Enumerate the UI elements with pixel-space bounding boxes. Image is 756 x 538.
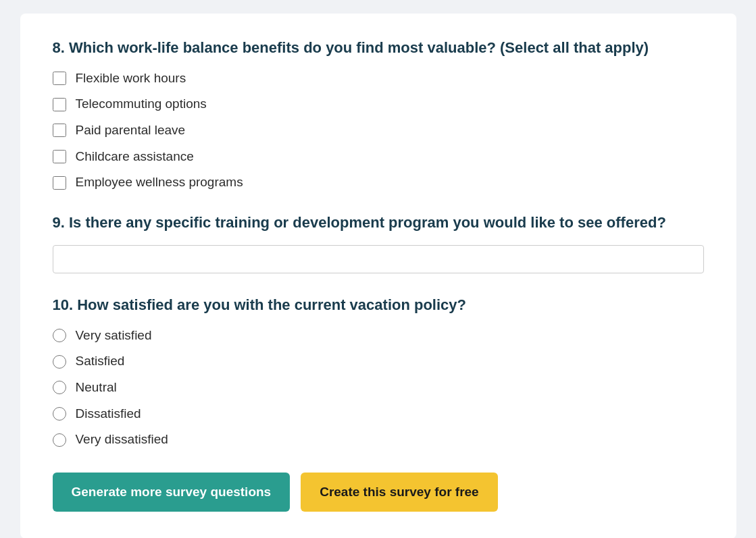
radio-dissatisfied-label[interactable]: Dissatisfied	[76, 406, 141, 423]
radio-neutral-label[interactable]: Neutral	[76, 379, 117, 396]
question-10-options: Very satisfied Satisfied Neutral Dissati…	[53, 327, 704, 448]
radio-dissatisfied[interactable]	[53, 407, 66, 421]
question-9-title: 9. Is there any specific training or dev…	[53, 213, 704, 233]
list-item[interactable]: Very dissatisfied	[53, 431, 704, 448]
checkbox-childcare[interactable]	[53, 150, 66, 163]
survey-container: 8. Which work-life balance benefits do y…	[20, 14, 736, 538]
radio-very-dissatisfied[interactable]	[53, 433, 66, 447]
button-row: Generate more survey questions Create th…	[53, 473, 704, 512]
radio-very-dissatisfied-label[interactable]: Very dissatisfied	[76, 431, 168, 448]
question-8-title: 8. Which work-life balance benefits do y…	[53, 38, 704, 58]
list-item[interactable]: Paid parental leave	[53, 122, 704, 139]
checkbox-telecommuting[interactable]	[53, 98, 66, 111]
question-10-block: 10. How satisfied are you with the curre…	[53, 295, 704, 448]
radio-very-satisfied[interactable]	[53, 329, 66, 342]
list-item[interactable]: Telecommuting options	[53, 96, 704, 113]
list-item[interactable]: Satisfied	[53, 353, 704, 370]
checkbox-parental-label[interactable]: Paid parental leave	[76, 122, 186, 139]
generate-button[interactable]: Generate more survey questions	[53, 473, 291, 512]
create-survey-button[interactable]: Create this survey for free	[301, 473, 498, 512]
question-10-title: 10. How satisfied are you with the curre…	[53, 295, 704, 315]
radio-satisfied-label[interactable]: Satisfied	[76, 353, 125, 370]
radio-very-satisfied-label[interactable]: Very satisfied	[76, 327, 152, 344]
checkbox-childcare-label[interactable]: Childcare assistance	[76, 149, 194, 165]
question-8-block: 8. Which work-life balance benefits do y…	[53, 38, 704, 191]
list-item[interactable]: Childcare assistance	[53, 149, 704, 165]
checkbox-wellness-label[interactable]: Employee wellness programs	[76, 174, 243, 191]
radio-neutral[interactable]	[53, 381, 66, 394]
training-text-input[interactable]	[53, 245, 704, 273]
list-item[interactable]: Employee wellness programs	[53, 174, 704, 191]
checkbox-parental[interactable]	[53, 124, 66, 137]
checkbox-telecommuting-label[interactable]: Telecommuting options	[76, 96, 207, 113]
question-9-block: 9. Is there any specific training or dev…	[53, 213, 704, 273]
checkbox-flexible[interactable]	[53, 72, 66, 85]
checkbox-wellness[interactable]	[53, 176, 66, 190]
list-item[interactable]: Very satisfied	[53, 327, 704, 344]
radio-satisfied[interactable]	[53, 355, 66, 369]
list-item[interactable]: Neutral	[53, 379, 704, 396]
list-item[interactable]: Dissatisfied	[53, 406, 704, 423]
list-item[interactable]: Flexible work hours	[53, 70, 704, 87]
question-8-options: Flexible work hours Telecommuting option…	[53, 70, 704, 191]
checkbox-flexible-label[interactable]: Flexible work hours	[76, 70, 186, 87]
